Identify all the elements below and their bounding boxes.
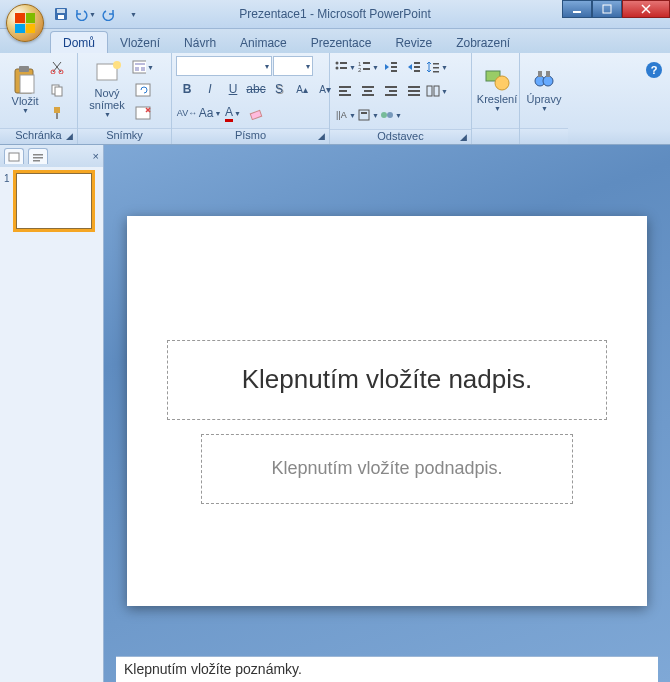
title-placeholder[interactable]: Klepnutím vložíte nadpis. xyxy=(167,340,607,420)
editing-button[interactable]: Úpravy ▼ xyxy=(524,56,564,122)
group-label-slides: Snímky xyxy=(78,128,171,144)
delete-slide-button[interactable] xyxy=(132,102,154,124)
group-label-clipboard: Schránka◢ xyxy=(0,128,77,144)
char-spacing-button[interactable]: AV↔ xyxy=(176,102,198,124)
tab-design[interactable]: Návrh xyxy=(172,32,228,53)
close-button[interactable] xyxy=(622,0,670,18)
align-left-icon xyxy=(338,84,352,98)
justify-button[interactable] xyxy=(403,80,425,102)
thumbnail-item[interactable]: 1 xyxy=(4,173,99,229)
svg-rect-30 xyxy=(363,68,370,70)
decrease-indent-button[interactable] xyxy=(380,56,402,78)
align-right-icon xyxy=(384,84,398,98)
subtitle-placeholder[interactable]: Klepnutím vložíte podnadpis. xyxy=(201,434,573,504)
align-center-button[interactable] xyxy=(357,80,379,102)
svg-point-58 xyxy=(387,112,393,118)
case-icon: Aa xyxy=(199,106,214,120)
copy-button[interactable] xyxy=(46,79,68,101)
bold-icon: B xyxy=(183,82,192,96)
svg-rect-21 xyxy=(136,107,150,119)
bullets-button[interactable]: ▼ xyxy=(334,56,356,78)
svg-rect-2 xyxy=(58,15,64,19)
svg-rect-42 xyxy=(339,94,351,96)
notes-pane[interactable]: Klepnutím vložíte poznámky. xyxy=(116,656,658,682)
tab-slideshow[interactable]: Prezentace xyxy=(299,32,384,53)
align-text-button[interactable]: ▼ xyxy=(357,104,379,126)
tab-review[interactable]: Revize xyxy=(383,32,444,53)
slide-canvas-area[interactable]: Klepnutím vložíte nadpis. Klepnutím vlož… xyxy=(104,145,670,656)
dialog-launcher[interactable]: ◢ xyxy=(63,131,75,143)
tab-insert[interactable]: Vložení xyxy=(108,32,172,53)
svg-rect-56 xyxy=(361,112,367,114)
bold-button[interactable]: B xyxy=(176,78,198,100)
svg-rect-68 xyxy=(33,160,40,162)
group-clipboard: Vložit ▼ Schránka◢ xyxy=(0,53,78,144)
undo-button[interactable]: ▼ xyxy=(74,3,96,25)
grow-font-button[interactable]: A▴ xyxy=(291,78,313,100)
layout-button[interactable]: ▼ xyxy=(132,56,154,78)
svg-rect-41 xyxy=(339,90,347,92)
maximize-button[interactable] xyxy=(592,0,622,18)
chevron-down-icon: ▼ xyxy=(349,112,356,119)
help-button[interactable]: ? xyxy=(646,62,662,78)
slides-tab-icon xyxy=(8,152,20,162)
svg-rect-66 xyxy=(33,154,43,156)
save-icon xyxy=(54,7,68,21)
dialog-launcher[interactable]: ◢ xyxy=(315,131,327,143)
strikethrough-button[interactable]: abc xyxy=(245,78,267,100)
align-left-button[interactable] xyxy=(334,80,356,102)
chevron-down-icon: ▼ xyxy=(441,88,448,95)
svg-rect-28 xyxy=(363,62,370,64)
underline-icon: U xyxy=(229,82,238,96)
redo-button[interactable] xyxy=(98,3,120,25)
text-direction-button[interactable]: ||A▼ xyxy=(334,104,356,126)
increase-indent-button[interactable] xyxy=(403,56,425,78)
minimize-button[interactable] xyxy=(562,0,592,18)
close-pane-button[interactable]: × xyxy=(93,150,99,162)
reset-button[interactable] xyxy=(132,79,154,101)
italic-button[interactable]: I xyxy=(199,78,221,100)
svg-rect-36 xyxy=(414,70,420,72)
new-slide-button[interactable]: Nový snímek▼ xyxy=(82,56,132,122)
font-name-combo[interactable] xyxy=(176,56,272,76)
tab-home[interactable]: Domů xyxy=(50,31,108,53)
chevron-down-icon: ▼ xyxy=(234,110,241,117)
svg-rect-3 xyxy=(573,11,581,13)
align-right-button[interactable] xyxy=(380,80,402,102)
drawing-button[interactable]: Kreslení ▼ xyxy=(476,56,518,122)
change-case-button[interactable]: Aa▼ xyxy=(199,102,221,124)
copy-icon xyxy=(50,83,64,97)
underline-button[interactable]: U xyxy=(222,78,244,100)
format-painter-button[interactable] xyxy=(46,102,68,124)
shadow-button[interactable]: S xyxy=(268,78,290,100)
subtitle-placeholder-text: Klepnutím vložíte podnadpis. xyxy=(271,458,502,479)
tab-animations[interactable]: Animace xyxy=(228,32,299,53)
paste-button[interactable]: Vložit ▼ xyxy=(4,56,46,122)
font-color-button[interactable]: A▼ xyxy=(222,102,244,124)
thumbnail-number: 1 xyxy=(4,173,12,229)
svg-text:2: 2 xyxy=(358,67,362,73)
cut-button[interactable] xyxy=(46,56,68,78)
tab-view[interactable]: Zobrazení xyxy=(444,32,522,53)
columns-button[interactable]: ▼ xyxy=(426,80,448,102)
app-name: Microsoft PowerPoint xyxy=(317,7,430,21)
document-name: Prezentace1 xyxy=(239,7,306,21)
qat-customize-button[interactable]: ▼ xyxy=(122,3,144,25)
font-size-combo[interactable] xyxy=(273,56,313,76)
group-font: B I U abc S A▴ A▾ AV↔ Aa▼ A▼ Písmo◢ xyxy=(172,53,330,144)
svg-rect-31 xyxy=(391,62,397,64)
line-spacing-icon xyxy=(426,60,440,74)
dialog-launcher[interactable]: ◢ xyxy=(457,132,469,144)
office-button[interactable] xyxy=(6,4,44,42)
numbering-button[interactable]: 12▼ xyxy=(357,56,379,78)
line-spacing-button[interactable]: ▼ xyxy=(426,56,448,78)
svg-rect-67 xyxy=(33,157,43,159)
slides-tab[interactable] xyxy=(4,148,24,164)
svg-rect-35 xyxy=(414,66,420,68)
clear-format-button[interactable] xyxy=(245,102,267,124)
cut-icon xyxy=(50,60,64,74)
convert-smartart-button[interactable]: ▼ xyxy=(380,104,402,126)
svg-rect-18 xyxy=(135,67,139,71)
outline-tab[interactable] xyxy=(28,148,48,164)
save-button[interactable] xyxy=(50,3,72,25)
